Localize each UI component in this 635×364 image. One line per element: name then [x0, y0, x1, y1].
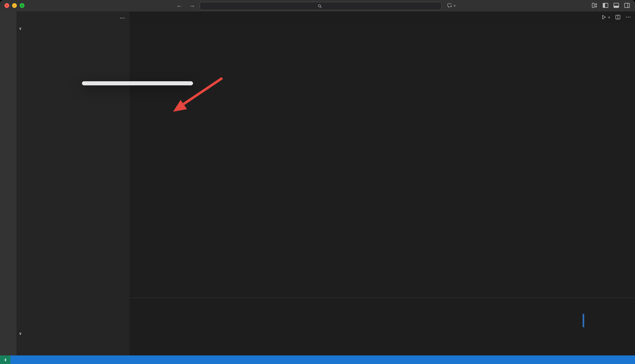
window-controls: × − ⊘ — [4, 3, 24, 8]
run-python-file-icon[interactable]: ∨ — [601, 14, 610, 20]
terminal-scrollbar[interactable] — [583, 314, 584, 327]
editor-area: ∨ — [130, 11, 635, 355]
minimize-window-button[interactable]: − — [12, 3, 17, 8]
split-editor-icon[interactable] — [615, 14, 621, 20]
status-bar — [0, 355, 635, 364]
terminal-panel — [130, 298, 635, 356]
toggle-sidebar-icon[interactable] — [602, 2, 609, 9]
back-icon[interactable]: ← — [175, 1, 184, 10]
forward-icon[interactable]: → — [188, 1, 196, 10]
tab-bar — [130, 11, 635, 23]
toggle-secondary-sidebar-icon[interactable] — [624, 2, 631, 9]
explorer-more-actions-icon[interactable] — [119, 15, 125, 21]
code-editor[interactable] — [130, 31, 635, 298]
chat-sparkle-icon[interactable]: ∨ — [447, 3, 456, 8]
search-icon — [318, 4, 322, 9]
explorer-sidebar: ∨ ∨ — [17, 11, 130, 355]
remote-indicator[interactable] — [0, 355, 10, 364]
section-chevron-icon[interactable]: ∨ — [18, 26, 23, 31]
remote-icon — [3, 357, 8, 362]
activity-bar — [0, 11, 17, 355]
vscode-window: × − ⊘ ← → ∨ — [0, 0, 635, 364]
zoom-window-button[interactable]: ⊘ — [20, 3, 24, 8]
command-center-search[interactable] — [200, 2, 442, 10]
open-editors-chevron-icon[interactable]: ∨ — [18, 331, 23, 336]
titlebar: × − ⊘ ← → ∨ — [0, 0, 635, 12]
context-menu — [82, 81, 193, 85]
toggle-panel-icon[interactable] — [613, 2, 620, 9]
close-window-button[interactable]: × — [4, 3, 9, 8]
editor-more-actions-icon[interactable] — [625, 14, 631, 20]
customize-layout-icon[interactable] — [591, 2, 598, 9]
